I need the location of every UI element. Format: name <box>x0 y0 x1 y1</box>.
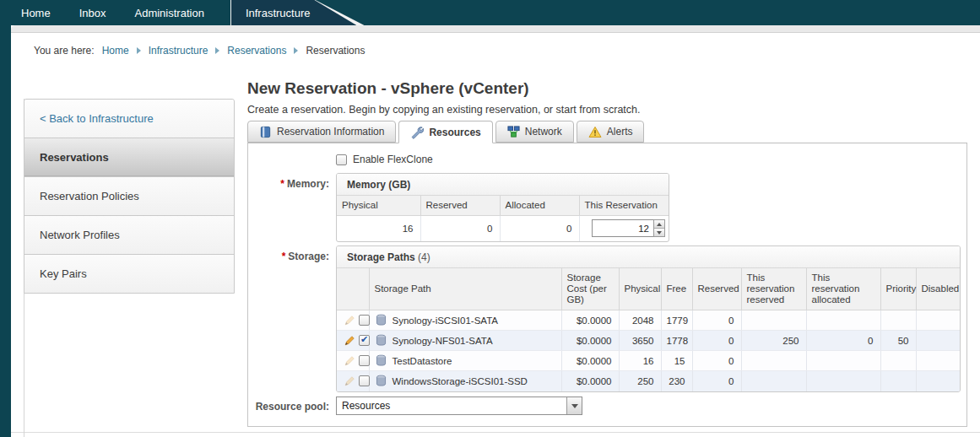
breadcrumb-current: Reservations <box>306 45 365 57</box>
nav-item-label: Inbox <box>79 7 106 19</box>
edit-pencil-icon[interactable] <box>344 315 355 326</box>
tab-resources[interactable]: Resources <box>398 121 492 143</box>
tab-network[interactable]: Network <box>495 121 574 143</box>
tab-alerts[interactable]: Alerts <box>577 121 645 143</box>
sidebar-item-network-profiles[interactable]: Network Profiles <box>24 215 234 254</box>
sidebar-item-reservations[interactable]: Reservations <box>24 138 234 176</box>
nav-item-label: Infrastructure <box>246 7 311 19</box>
storage-col-free: Free <box>661 268 692 310</box>
sidebar-back-link[interactable]: < Back to Infrastructure <box>24 100 234 138</box>
storage-col-disabled: Disabled <box>916 268 961 310</box>
nav-item-home[interactable]: Home <box>0 0 65 25</box>
storage-path-name: TestDatastore <box>393 356 452 366</box>
memory-row: 16 0 0 <box>337 216 669 241</box>
left-edge-strip <box>0 25 11 437</box>
datastore-icon <box>375 334 387 347</box>
required-asterisk: * <box>280 178 284 190</box>
breadcrumb-prefix: You are here: <box>34 45 95 57</box>
storage-free: 1779 <box>661 310 692 331</box>
storage-reserved: 0 <box>692 310 741 331</box>
dropdown-button[interactable] <box>566 397 582 414</box>
memory-reservation-input[interactable] <box>592 219 653 237</box>
tab-label: Resources <box>429 127 480 138</box>
breadcrumb-arrow-icon <box>294 47 298 54</box>
page-subtitle: Create a reservation. Begin by copying a… <box>247 104 641 116</box>
storage-row-checkbox[interactable] <box>359 335 370 346</box>
nav-item-label: Administration <box>135 7 204 19</box>
storage-col-priority: Priority <box>880 268 916 310</box>
edit-pencil-icon[interactable] <box>344 355 355 367</box>
spinner-up-button[interactable] <box>654 220 664 228</box>
storage-row-checkbox[interactable] <box>359 315 370 326</box>
storage-res-reserved <box>741 371 806 391</box>
edit-pencil-icon[interactable] <box>344 335 355 347</box>
tab-label: Reservation Information <box>277 126 384 138</box>
storage-row: Synology-NFS01-SATA $0.0000 3650 1778 0 … <box>337 331 961 351</box>
storage-priority: 50 <box>880 331 916 351</box>
storage-col-res-reserved: This reservation reserved <box>741 268 806 310</box>
storage-priority <box>880 351 916 371</box>
memory-allocated-value: 0 <box>500 216 579 241</box>
storage-res-reserved <box>741 351 806 371</box>
sidebar-item-key-pairs[interactable]: Key Pairs <box>24 254 234 293</box>
memory-table: Memory (GB) Physical Reserved Allocated … <box>336 173 669 242</box>
storage-res-allocated: 0 <box>806 331 880 351</box>
flexclone-row: Enable FlexClone <box>336 154 433 165</box>
resource-pool-label: Resource pool: <box>248 401 329 413</box>
storage-disabled <box>916 351 961 371</box>
tab-label: Network <box>525 126 562 138</box>
storage-physical: 3650 <box>619 331 661 351</box>
memory-physical-value: 16 <box>337 216 420 241</box>
tab-strip: Reservation Information Resources Networ… <box>247 121 967 143</box>
storage-physical: 2048 <box>619 310 661 331</box>
storage-table-count: (4) <box>418 251 430 263</box>
storage-res-reserved: 250 <box>741 331 806 351</box>
memory-reservation-spinner <box>585 219 666 237</box>
page-title: New Reservation - vSphere (vCenter) <box>247 79 529 98</box>
storage-col-cost: Storage Cost (per GB) <box>561 268 619 310</box>
storage-path-name: Synology-NFS01-SATA <box>393 336 493 346</box>
storage-free: 1778 <box>661 331 692 351</box>
nav-item-label: Home <box>21 7 51 19</box>
storage-cost: $0.0000 <box>561 310 619 331</box>
memory-col-reserved: Reserved <box>420 196 500 216</box>
resources-tab-panel: Enable FlexClone *Memory: Memory (GB) Ph… <box>247 143 967 427</box>
spinner-down-button[interactable] <box>654 228 664 236</box>
storage-reserved: 0 <box>692 351 741 371</box>
memory-field-label: *Memory: <box>248 178 329 190</box>
breadcrumb-link-infrastructure[interactable]: Infrastructure <box>149 45 208 57</box>
resource-pool-dropdown[interactable]: Resources <box>336 397 582 415</box>
storage-row-checkbox[interactable] <box>359 375 370 386</box>
datastore-icon <box>375 354 387 367</box>
storage-row-checkbox[interactable] <box>359 355 370 366</box>
storage-disabled <box>916 310 961 331</box>
tab-reservation-information[interactable]: Reservation Information <box>247 121 396 143</box>
nav-item-administration[interactable]: Administration <box>121 0 219 25</box>
storage-res-reserved <box>741 310 806 331</box>
up-arrow-icon <box>657 223 662 226</box>
breadcrumb-arrow-icon <box>215 47 219 54</box>
sidebar-item-reservation-policies[interactable]: Reservation Policies <box>24 176 234 215</box>
storage-row: Synology-iSCSI01-SATA $0.0000 2048 1779 … <box>337 310 961 331</box>
breadcrumb-link-home[interactable]: Home <box>102 45 129 57</box>
down-arrow-icon <box>657 231 662 235</box>
nav-item-inbox[interactable]: Inbox <box>65 0 121 25</box>
storage-row: WindowsStorage-iSCSI01-SSD $0.0000 250 2… <box>337 371 961 391</box>
enable-flexclone-checkbox[interactable] <box>336 154 347 165</box>
storage-path-name: WindowsStorage-iSCSI01-SSD <box>393 376 528 386</box>
breadcrumb-arrow-icon <box>137 47 141 54</box>
alert-icon <box>588 126 602 138</box>
navbar-sub-strip <box>11 25 980 33</box>
storage-free: 15 <box>661 351 692 371</box>
nav-item-infrastructure-active[interactable]: Infrastructure <box>230 0 365 25</box>
breadcrumb-link-reservations[interactable]: Reservations <box>227 45 286 57</box>
storage-table-title: Storage Paths (4) <box>337 246 960 268</box>
storage-col-res-allocated: This reservation allocated <box>806 268 880 310</box>
storage-col-physical: Physical <box>619 268 661 310</box>
datastore-icon <box>375 375 387 387</box>
storage-res-allocated <box>806 351 880 371</box>
storage-cost: $0.0000 <box>561 351 619 371</box>
storage-col-path: Storage Path <box>369 268 561 310</box>
edit-pencil-icon[interactable] <box>344 375 355 387</box>
storage-col-tools <box>337 268 369 310</box>
